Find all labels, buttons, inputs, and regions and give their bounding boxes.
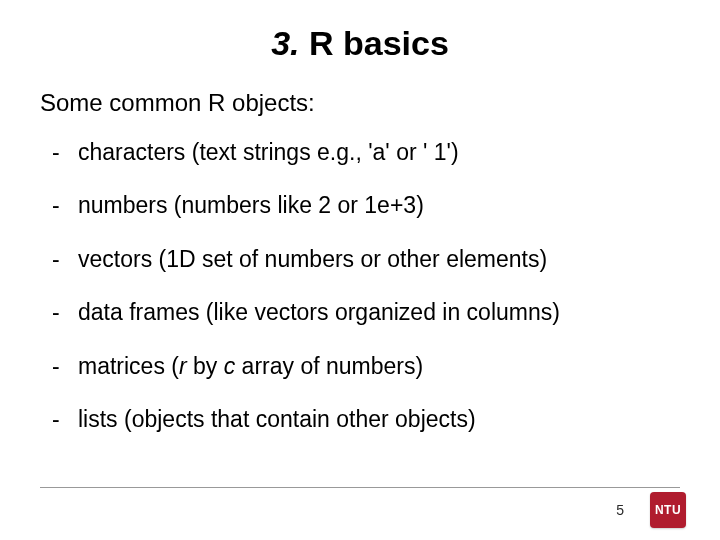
list-item: lists (objects that contain other object… <box>50 406 680 432</box>
list-item: characters (text strings e.g., 'a' or ' … <box>50 139 680 165</box>
slide: 3. R basics Some common R objects: chara… <box>0 0 720 540</box>
bullet-list: characters (text strings e.g., 'a' or ' … <box>40 139 680 433</box>
list-item: numbers (numbers like 2 or 1e+3) <box>50 192 680 218</box>
item-ital: c <box>224 353 236 379</box>
logo-text: NTU <box>655 503 681 517</box>
list-item: matrices (r by c array of numbers) <box>50 353 680 379</box>
item-suffix: array of numbers) <box>235 353 423 379</box>
item-text: lists (objects that contain other object… <box>78 406 476 432</box>
item-ital: r <box>179 353 187 379</box>
item-text: characters (text strings e.g., 'a' or ' … <box>78 139 459 165</box>
title-number: 3. <box>271 24 299 62</box>
item-text: numbers (numbers like 2 or 1e+3) <box>78 192 424 218</box>
ntu-logo: NTU <box>650 492 686 528</box>
subtitle: Some common R objects: <box>40 89 680 117</box>
item-mid: by <box>187 353 224 379</box>
divider <box>40 487 680 488</box>
slide-title: 3. R basics <box>40 24 680 63</box>
item-prefix: matrices ( <box>78 353 179 379</box>
list-item: vectors (1D set of numbers or other elem… <box>50 246 680 272</box>
page-number: 5 <box>616 502 624 518</box>
title-text: R basics <box>300 24 449 62</box>
item-text: vectors (1D set of numbers or other elem… <box>78 246 547 272</box>
list-item: data frames (like vectors organized in c… <box>50 299 680 325</box>
item-text: data frames (like vectors organized in c… <box>78 299 560 325</box>
